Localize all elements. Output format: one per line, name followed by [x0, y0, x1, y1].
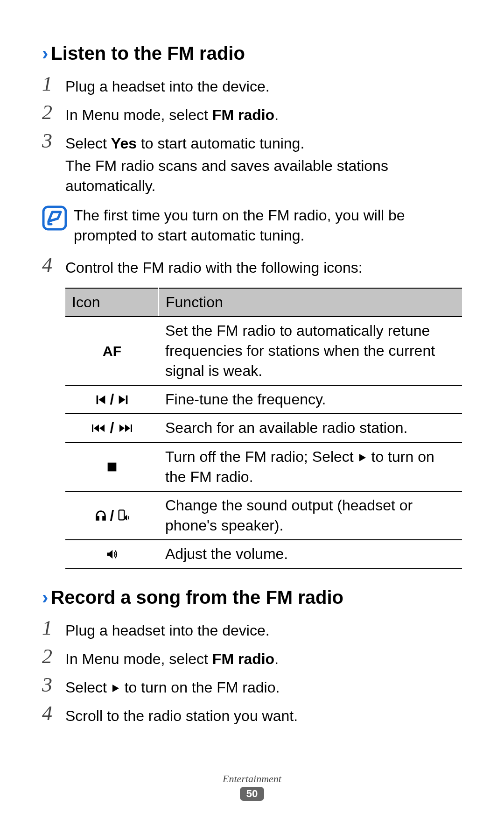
step-text: Plug a headset into the device. — [65, 618, 270, 641]
step-number: 1 — [42, 618, 65, 638]
stop-icon — [105, 460, 119, 474]
chevron-icon: › — [42, 588, 48, 607]
step-bold: FM radio — [212, 650, 274, 667]
step-number: 4 — [42, 255, 65, 276]
table-header-row: Icon Function — [65, 288, 462, 317]
step-number: 1 — [42, 74, 65, 94]
section-title: Record a song from the FM radio — [51, 586, 343, 608]
table-row: / Fine-tune the frequency. — [65, 385, 462, 414]
chevron-icon: › — [42, 44, 48, 63]
step-prefix: In Menu mode, select — [65, 106, 212, 123]
section-heading-record: › Record a song from the FM radio — [42, 586, 462, 608]
step-text: Select to turn on the FM radio. — [65, 675, 280, 698]
function-cell: Change the sound output (headset or phon… — [159, 491, 462, 540]
svg-rect-1 — [108, 462, 117, 471]
icon-cell-output: / — [65, 491, 159, 540]
section-title: Listen to the FM radio — [51, 42, 245, 64]
section-heading-listen: › Listen to the FM radio — [42, 42, 462, 64]
function-cell: Set the FM radio to automatically retune… — [159, 317, 462, 386]
table-header-function: Function — [159, 288, 462, 317]
svg-rect-0 — [43, 207, 66, 229]
icon-cell-stop — [65, 443, 159, 491]
steps-list-1: 1 Plug a headset into the device. 2 In M… — [42, 74, 462, 196]
step-prefix: Select — [65, 135, 111, 152]
fast-forward-icon — [117, 422, 133, 435]
function-cell: Turn off the FM radio; Select to turn on… — [159, 443, 462, 491]
step-text: In Menu mode, select FM radio. — [65, 646, 279, 669]
note-box: The first time you turn on the FM radio,… — [42, 205, 462, 246]
step-bold: FM radio — [212, 106, 274, 123]
step-subtext: The FM radio scans and saves available s… — [65, 156, 462, 196]
step-item: 3 Select Yes to start automatic tuning. … — [42, 131, 462, 196]
step-item: 4 Control the FM radio with the followin… — [42, 255, 462, 278]
next-track-icon — [117, 393, 130, 406]
step-number: 2 — [42, 646, 65, 667]
steps-list-2: 1 Plug a headset into the device. 2 In M… — [42, 618, 462, 727]
step-text: Control the FM radio with the following … — [65, 255, 363, 278]
phone-speaker-icon — [117, 509, 130, 522]
function-cell: Adjust the volume. — [159, 540, 462, 568]
step-text: Plug a headset into the device. — [65, 74, 270, 97]
note-icon — [42, 205, 67, 231]
step-prefix: Select — [65, 679, 111, 696]
step-number: 2 — [42, 102, 65, 123]
rewind-icon — [91, 422, 107, 435]
step-number: 3 — [42, 675, 65, 695]
slash-separator: / — [110, 506, 114, 526]
table-header-icon: Icon — [65, 288, 159, 317]
icon-cell-af: AF — [65, 317, 159, 386]
step-suffix: to start automatic tuning. — [137, 135, 304, 152]
footer-category: Entertainment — [0, 773, 504, 785]
svg-rect-2 — [119, 510, 125, 520]
icon-cell-volume — [65, 540, 159, 568]
icon-function-table: Icon Function AF Set the FM radio to aut… — [65, 288, 462, 569]
page-footer: Entertainment 50 — [0, 773, 504, 801]
play-icon — [358, 453, 367, 462]
step-item: 3 Select to turn on the FM radio. — [42, 675, 462, 698]
page-number-badge: 50 — [240, 787, 264, 801]
step-number: 4 — [42, 703, 65, 724]
table-row: / Search for an available radio station. — [65, 414, 462, 442]
step-item: 1 Plug a headset into the device. — [42, 74, 462, 97]
steps-list-1b: 4 Control the FM radio with the followin… — [42, 255, 462, 278]
step-suffix: . — [274, 650, 279, 667]
table-row: Adjust the volume. — [65, 540, 462, 568]
play-icon — [111, 684, 120, 693]
step-item: 4 Scroll to the radio station you want. — [42, 703, 462, 726]
step-item: 2 In Menu mode, select FM radio. — [42, 646, 462, 669]
slash-separator: / — [110, 418, 114, 438]
function-prefix: Turn off the FM radio; Select — [165, 448, 358, 465]
step-bold: Yes — [111, 135, 137, 152]
af-label: AF — [103, 343, 121, 359]
prev-track-icon — [94, 393, 107, 406]
table-row: Turn off the FM radio; Select to turn on… — [65, 443, 462, 491]
step-suffix: to turn on the FM radio. — [120, 679, 280, 696]
step-number: 3 — [42, 131, 65, 151]
note-text: The first time you turn on the FM radio,… — [74, 205, 462, 246]
step-item: 1 Plug a headset into the device. — [42, 618, 462, 641]
function-cell: Search for an available radio station. — [159, 414, 462, 442]
table-row: AF Set the FM radio to automatically ret… — [65, 317, 462, 386]
icon-cell-prev-next: / — [65, 385, 159, 414]
step-prefix: In Menu mode, select — [65, 650, 212, 667]
volume-icon — [105, 548, 119, 561]
icon-cell-rewind-forward: / — [65, 414, 159, 442]
table-row: / Change the sound output (headset or ph… — [65, 491, 462, 540]
function-cell: Fine-tune the frequency. — [159, 385, 462, 414]
slash-separator: / — [110, 389, 114, 410]
step-text: In Menu mode, select FM radio. — [65, 102, 279, 125]
step-item: 2 In Menu mode, select FM radio. — [42, 102, 462, 125]
step-text: Select Yes to start automatic tuning. Th… — [65, 131, 462, 196]
step-text: Scroll to the radio station you want. — [65, 703, 298, 726]
headphones-icon — [94, 509, 107, 522]
step-suffix: . — [274, 106, 279, 123]
